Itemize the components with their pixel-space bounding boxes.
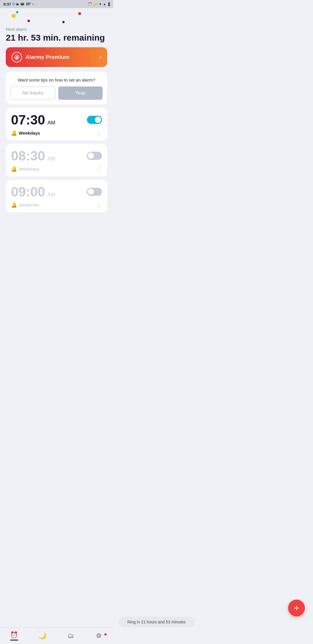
alarm-2-toggle[interactable] — [87, 152, 102, 160]
signal-icon: ▲ — [103, 2, 106, 6]
status-play-icon: ▶ — [17, 2, 19, 6]
next-alarm-label: Next alarm — [6, 26, 107, 32]
alarm-card-2[interactable]: 08:30 AM 🔔 Weekdays ⋮ — [6, 144, 107, 176]
alarm-2-menu[interactable]: ⋮ — [96, 165, 102, 172]
alarm-1-schedule: 🔔 Weekdays — [11, 130, 40, 136]
tips-card: Want some tips on how to set an alarm? N… — [6, 72, 107, 104]
alarm-1-detail: 🔔 Weekdays ⋮ — [11, 129, 102, 136]
alarm-3-toggle[interactable] — [87, 188, 102, 196]
status-g-icon: G — [12, 2, 15, 6]
alarm-3-schedule: 🔔 Weekends — [11, 202, 39, 208]
no-thanks-button[interactable]: No thanks — [10, 86, 55, 100]
alarm-2-detail: 🔔 Weekdays ⋮ — [11, 165, 102, 172]
alarm-1-menu[interactable]: ⋮ — [96, 129, 102, 136]
status-temp: 20° — [26, 2, 31, 6]
confetti-dot — [78, 12, 81, 15]
status-bar: 9:37 G ▶ 📟 20° • ⏰ 🔑 ▼ ▲ ▐ — [0, 0, 113, 8]
alarm-3-menu[interactable]: ⋮ — [96, 201, 102, 208]
premium-label: Alarmy Premium — [26, 54, 69, 60]
confetti-dot — [28, 20, 30, 22]
alarm-3-detail: 🔔 Weekends ⋮ — [11, 201, 102, 208]
next-alarm-section: Next alarm 21 hr. 53 min. remaining — [6, 26, 107, 43]
alarm-2-time: 08:30 AM — [11, 149, 55, 162]
alarm-1-top-row: 07:30 AM — [11, 113, 102, 126]
status-left: 9:37 G ▶ 📟 20° • — [3, 2, 34, 6]
tips-question: Want some tips on how to set an alarm? — [10, 77, 103, 82]
alarm-3-top-row: 09:00 AM — [11, 185, 102, 198]
premium-icon — [12, 52, 22, 62]
wifi-icon: ▼ — [99, 2, 102, 6]
alarm-3-bell-icon: 🔔 — [11, 202, 17, 208]
main-content: Next alarm 21 hr. 53 min. remaining Alar… — [0, 26, 113, 262]
confetti-dot — [12, 14, 16, 18]
alarm-card-1[interactable]: 07:30 AM 🔔 Weekdays ⋮ — [6, 108, 107, 140]
alarm-1-time: 07:30 AM — [11, 113, 55, 126]
alarm-card-3[interactable]: 09:00 AM 🔔 Weekends ⋮ — [6, 180, 107, 212]
premium-banner[interactable]: Alarmy Premium › — [6, 47, 107, 67]
alarm-2-top-row: 08:30 AM — [11, 149, 102, 162]
alarm-3-label: Weekends — [19, 202, 39, 207]
status-right: ⏰ 🔑 ▼ ▲ ▐ — [88, 2, 110, 6]
alarm-2-bell-icon: 🔔 — [11, 166, 17, 172]
status-time: 9:37 — [3, 2, 11, 6]
next-alarm-time: 21 hr. 53 min. remaining — [6, 33, 107, 43]
confetti-dot — [62, 21, 65, 23]
alarm-1-toggle[interactable] — [87, 116, 102, 124]
status-phone-icon: 📟 — [20, 2, 24, 6]
alarm-2-label: Weekdays — [19, 167, 39, 171]
status-dot: • — [33, 3, 34, 6]
confetti-area — [0, 8, 113, 26]
battery-icon: ▐ — [107, 2, 110, 6]
alarm-1-label: Weekdays — [19, 131, 40, 135]
premium-arrow: › — [99, 53, 101, 61]
yeap-button[interactable]: Yeap — [58, 86, 103, 100]
key-icon: 🔑 — [93, 2, 97, 6]
alarm-1-bell-icon: 🔔 — [11, 130, 17, 136]
alarm-icon: ⏰ — [88, 2, 92, 6]
tips-buttons: No thanks Yeap — [10, 86, 103, 100]
alarm-2-schedule: 🔔 Weekdays — [11, 166, 39, 172]
alarm-3-time: 09:00 AM — [11, 185, 55, 198]
premium-left: Alarmy Premium — [12, 52, 69, 62]
confetti-dot — [16, 11, 18, 13]
